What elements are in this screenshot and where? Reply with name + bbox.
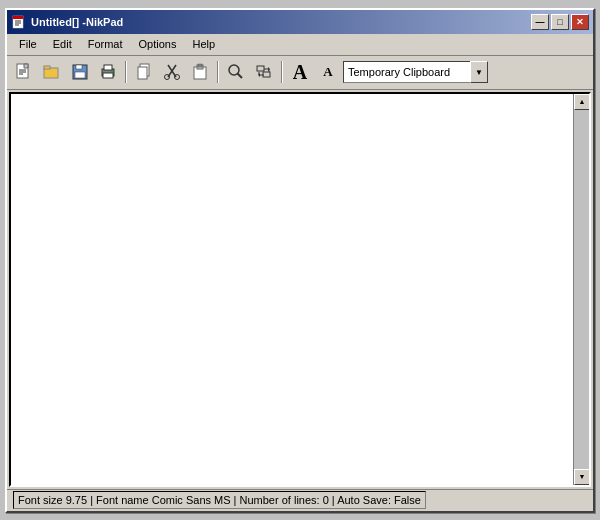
title-bar: Untitled[] -NikPad — □ ✕ [7, 10, 593, 34]
svg-rect-13 [75, 72, 85, 78]
print-icon [99, 63, 117, 81]
svg-rect-19 [138, 67, 147, 79]
menu-edit[interactable]: Edit [45, 36, 80, 52]
font-small-icon: A [323, 64, 332, 80]
vertical-scrollbar[interactable]: ▲ ▼ [573, 94, 589, 485]
scroll-up-button[interactable]: ▲ [574, 94, 590, 110]
find-icon [227, 63, 245, 81]
editor-textarea[interactable] [11, 94, 573, 485]
separator-1 [125, 61, 127, 83]
menu-help[interactable]: Help [184, 36, 223, 52]
window-controls: — □ ✕ [531, 14, 589, 30]
cut-icon [163, 63, 181, 81]
toolbar: A A Temporary Clipboard Clipboard 1 Clip… [7, 56, 593, 90]
print-button[interactable] [95, 59, 121, 85]
editor-area: ▲ ▼ [9, 92, 591, 487]
svg-rect-16 [103, 73, 113, 78]
clipboard-dropdown[interactable]: Temporary Clipboard Clipboard 1 Clipboar… [343, 61, 488, 83]
svg-rect-12 [76, 65, 82, 69]
svg-rect-15 [104, 65, 112, 70]
paste-button[interactable] [187, 59, 213, 85]
copy-icon [135, 63, 153, 81]
scroll-down-button[interactable]: ▼ [574, 469, 590, 485]
paste-icon [191, 63, 209, 81]
title-bar-left: Untitled[] -NikPad [11, 14, 123, 30]
restore-button[interactable]: □ [551, 14, 569, 30]
minimize-button[interactable]: — [531, 14, 549, 30]
svg-point-17 [111, 70, 113, 72]
font-large-button[interactable]: A [287, 59, 313, 85]
font-small-button[interactable]: A [315, 59, 341, 85]
menu-file[interactable]: File [11, 36, 45, 52]
svg-line-28 [238, 74, 243, 79]
separator-3 [281, 61, 283, 83]
main-window: Untitled[] -NikPad — □ ✕ File Edit Forma… [5, 8, 595, 513]
menu-bar: File Edit Format Options Help [7, 34, 593, 56]
find-button[interactable] [223, 59, 249, 85]
status-panel: Font size 9.75 | Font name Comic Sans MS… [13, 491, 426, 509]
clipboard-select[interactable]: Temporary Clipboard Clipboard 1 Clipboar… [343, 61, 488, 83]
save-icon [71, 63, 89, 81]
new-button[interactable] [11, 59, 37, 85]
menu-format[interactable]: Format [80, 36, 131, 52]
close-button[interactable]: ✕ [571, 14, 589, 30]
font-large-icon: A [293, 61, 307, 84]
separator-2 [217, 61, 219, 83]
app-icon [11, 14, 27, 30]
scroll-track[interactable] [574, 110, 589, 469]
svg-rect-10 [44, 66, 50, 69]
replace-button[interactable] [251, 59, 277, 85]
svg-rect-29 [257, 66, 264, 71]
save-button[interactable] [67, 59, 93, 85]
open-icon [43, 63, 61, 81]
status-text: Font size 9.75 | Font name Comic Sans MS… [18, 494, 421, 506]
svg-rect-1 [13, 16, 23, 19]
open-button[interactable] [39, 59, 65, 85]
window-title: Untitled[] -NikPad [31, 16, 123, 28]
copy-button[interactable] [131, 59, 157, 85]
svg-rect-26 [198, 64, 202, 67]
menu-options[interactable]: Options [131, 36, 185, 52]
cut-button[interactable] [159, 59, 185, 85]
svg-rect-30 [263, 72, 270, 77]
replace-icon [255, 63, 273, 81]
status-bar: Font size 9.75 | Font name Comic Sans MS… [7, 489, 593, 511]
new-icon [15, 63, 33, 81]
